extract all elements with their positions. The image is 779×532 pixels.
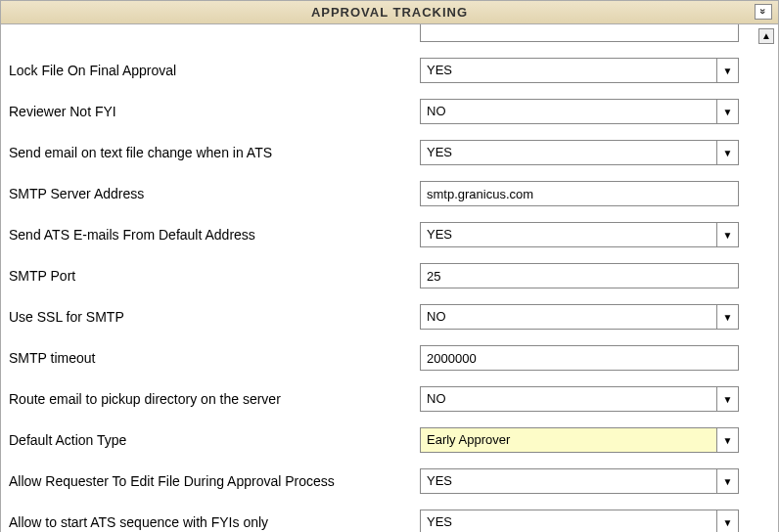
select-value: NO bbox=[421, 387, 716, 411]
panel-title: APPROVAL TRACKING bbox=[311, 5, 468, 20]
label-send-from-default: Send ATS E-mails From Default Address bbox=[9, 227, 420, 243]
dropdown-arrow[interactable]: ▼ bbox=[716, 305, 738, 329]
select-value: NO bbox=[421, 305, 716, 329]
scroll-up-button[interactable]: ▲ bbox=[758, 28, 774, 44]
chevron-down-icon: ▼ bbox=[723, 107, 733, 117]
chevron-down-icon: ▼ bbox=[723, 312, 733, 323]
label-default-action: Default Action Type bbox=[9, 432, 420, 448]
select-value: YES bbox=[421, 223, 716, 246]
approval-tracking-panel: APPROVAL TRACKING » ▲ Lock File On Final… bbox=[0, 0, 779, 532]
select-send-email-text-change[interactable]: YES ▼ bbox=[420, 140, 739, 165]
row-smtp-port: SMTP Port bbox=[9, 263, 756, 288]
select-value: Early Approver bbox=[421, 428, 716, 452]
row-allow-start-fyi: Allow to start ATS sequence with FYIs on… bbox=[9, 510, 756, 532]
row-lock-file: Lock File On Final Approval YES ▼ bbox=[9, 58, 756, 83]
select-allow-start-fyi[interactable]: YES ▼ bbox=[420, 510, 739, 532]
row-smtp-server: SMTP Server Address bbox=[9, 181, 756, 206]
select-value: YES bbox=[421, 469, 716, 493]
dropdown-arrow[interactable]: ▼ bbox=[716, 59, 738, 82]
select-reviewer-not-fyi[interactable]: NO ▼ bbox=[420, 99, 739, 124]
input-smtp-timeout[interactable] bbox=[420, 345, 739, 371]
select-lock-file[interactable]: YES ▼ bbox=[420, 58, 739, 83]
label-smtp-server: SMTP Server Address bbox=[9, 186, 420, 201]
dropdown-arrow[interactable]: ▼ bbox=[716, 510, 738, 532]
chevron-down-icon: ▼ bbox=[723, 148, 733, 158]
dropdown-arrow[interactable]: ▼ bbox=[716, 387, 738, 411]
select-route-pickup[interactable]: NO ▼ bbox=[420, 386, 739, 412]
row-reviewer-not-fyi: Reviewer Not FYI NO ▼ bbox=[9, 99, 756, 124]
row-smtp-timeout: SMTP timeout bbox=[9, 345, 756, 371]
collapse-button[interactable]: » bbox=[755, 4, 772, 20]
chevron-double-down-icon: » bbox=[756, 8, 770, 15]
label-route-pickup: Route email to pickup directory on the s… bbox=[9, 391, 420, 407]
select-value: NO bbox=[421, 100, 716, 123]
dropdown-arrow[interactable]: ▼ bbox=[716, 223, 738, 246]
chevron-down-icon: ▼ bbox=[723, 230, 733, 241]
chevron-down-icon: ▼ bbox=[723, 435, 733, 446]
chevron-down-icon: ▼ bbox=[723, 476, 733, 487]
chevron-down-icon: ▼ bbox=[723, 394, 733, 405]
dropdown-arrow[interactable]: ▼ bbox=[716, 469, 738, 493]
panel-header: APPROVAL TRACKING » bbox=[1, 1, 778, 24]
chevron-down-icon: ▼ bbox=[723, 66, 733, 76]
select-allow-requester-edit[interactable]: YES ▼ bbox=[420, 468, 739, 494]
select-value: YES bbox=[421, 59, 716, 82]
row-default-action: Default Action Type Early Approver ▼ bbox=[9, 427, 756, 453]
select-use-ssl[interactable]: NO ▼ bbox=[420, 304, 739, 330]
row-send-email-text-change: Send email on text file change when in A… bbox=[9, 140, 756, 165]
row-allow-requester-edit: Allow Requester To Edit File During Appr… bbox=[9, 468, 756, 494]
label-use-ssl: Use SSL for SMTP bbox=[9, 309, 420, 325]
row-route-pickup: Route email to pickup directory on the s… bbox=[9, 386, 756, 412]
label-reviewer-not-fyi: Reviewer Not FYI bbox=[9, 104, 420, 119]
select-value: YES bbox=[421, 510, 716, 532]
chevron-down-icon: ▼ bbox=[723, 517, 733, 528]
label-smtp-timeout: SMTP timeout bbox=[9, 350, 420, 366]
truncated-field-above[interactable] bbox=[420, 24, 739, 42]
dropdown-arrow[interactable]: ▼ bbox=[716, 141, 738, 164]
label-allow-start-fyi: Allow to start ATS sequence with FYIs on… bbox=[9, 514, 420, 530]
row-send-from-default: Send ATS E-mails From Default Address YE… bbox=[9, 222, 756, 247]
input-smtp-port[interactable] bbox=[420, 263, 739, 288]
input-smtp-server[interactable] bbox=[420, 181, 739, 206]
chevron-up-icon: ▲ bbox=[761, 30, 771, 41]
select-value: YES bbox=[421, 141, 716, 164]
row-use-ssl: Use SSL for SMTP NO ▼ bbox=[9, 304, 756, 330]
label-smtp-port: SMTP Port bbox=[9, 268, 420, 284]
label-allow-requester-edit: Allow Requester To Edit File During Appr… bbox=[9, 473, 420, 489]
select-send-from-default[interactable]: YES ▼ bbox=[420, 222, 739, 247]
label-lock-file: Lock File On Final Approval bbox=[9, 63, 420, 78]
label-send-email-text-change: Send email on text file change when in A… bbox=[9, 145, 420, 160]
dropdown-arrow[interactable]: ▼ bbox=[716, 100, 738, 123]
select-default-action[interactable]: Early Approver ▼ bbox=[420, 427, 739, 453]
dropdown-arrow[interactable]: ▼ bbox=[716, 428, 738, 452]
panel-content: ▲ Lock File On Final Approval YES ▼ Revi… bbox=[1, 24, 778, 532]
